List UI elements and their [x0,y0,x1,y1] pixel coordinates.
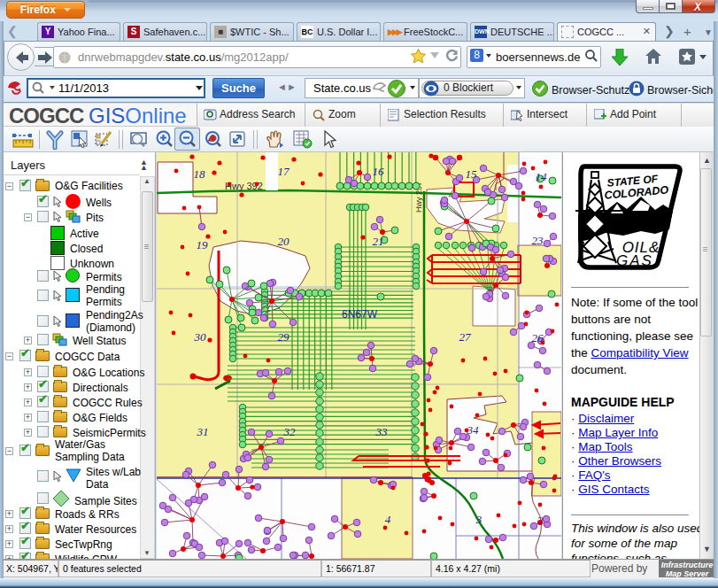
svg-text:29: 29 [278,330,290,344]
svg-text:19: 19 [197,238,209,251]
svg-text:32: 32 [283,425,297,438]
svg-text:27: 27 [459,330,472,344]
svg-text:17: 17 [278,165,290,178]
svg-text:23: 23 [532,234,544,247]
svg-text:6N67W: 6N67W [342,308,378,321]
svg-text:20: 20 [278,235,290,248]
svg-text:26: 26 [532,331,544,344]
svg-text:30: 30 [194,330,207,344]
svg-text:GAS: GAS [616,252,653,269]
svg-text:14: 14 [536,170,548,183]
svg-text:15: 15 [466,167,478,181]
svg-text:21: 21 [373,235,384,248]
svg-text:2: 2 [537,514,544,527]
svg-text:34: 34 [467,423,480,437]
svg-text:3: 3 [475,513,483,526]
svg-text:16: 16 [373,165,385,178]
svg-text:4: 4 [385,513,391,526]
svg-text:18: 18 [194,167,206,181]
svg-text:33: 33 [375,425,389,438]
svg-text:31: 31 [197,425,209,438]
